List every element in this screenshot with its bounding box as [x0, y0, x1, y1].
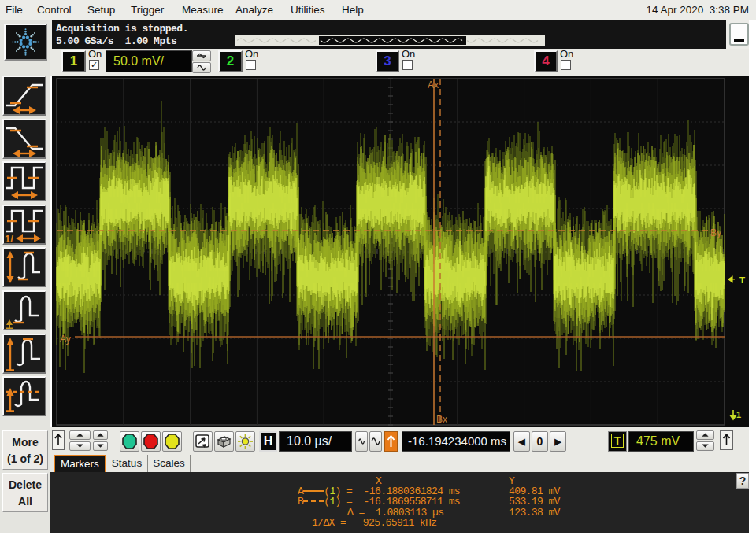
svg-text:By: By	[710, 227, 721, 238]
svg-text:Bx: Bx	[436, 414, 447, 425]
svg-text:1: 1	[736, 410, 741, 419]
svg-text:T: T	[739, 275, 745, 285]
svg-text:Ay: Ay	[60, 334, 71, 345]
svg-text:1/: 1/	[5, 233, 13, 243]
svg-text:Ax: Ax	[428, 79, 439, 90]
